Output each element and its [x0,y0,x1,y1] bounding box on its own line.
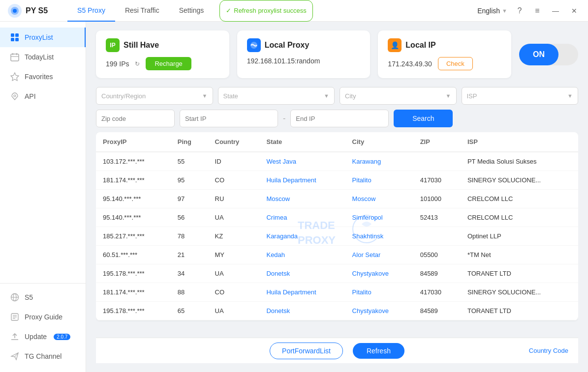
proxy-toggle[interactable]: ON [519,44,578,65]
zip-code-input[interactable] [96,110,175,127]
menu-icon[interactable]: ≡ [532,5,543,16]
app-logo-icon [8,4,22,18]
ip-range-dash: - [283,114,285,123]
table-row[interactable]: 195.178.***.*** 65 UA Donetsk Chystyakov… [96,302,578,320]
cell-proxy: 181.174.***.*** [96,171,171,190]
svg-rect-7 [11,54,19,61]
start-ip-input[interactable] [180,110,278,127]
app-body: ProxyList TodayList Favorites API [0,22,588,372]
local-proxy-header: Local Proxy [247,38,361,52]
isp-placeholder: ISP [467,92,477,100]
refresh-small-icon[interactable]: ↻ [135,60,140,67]
cell-isp: *TM Net [461,246,578,264]
table-row[interactable]: 181.174.***.*** 95 CO Huila Department P… [96,171,578,190]
country-code-link[interactable]: Country Code [529,347,568,354]
cell-proxy: 95.140.***.*** [96,208,171,227]
send-icon [10,351,20,361]
language-selector[interactable]: English ▼ [477,7,507,15]
still-have-card: IP Still Have 199 IPs ↻ Recharge [96,30,229,78]
cell-isp: CRELCOM LLC [461,208,578,227]
sidebar-item-proxyguide-label: Proxy Guide [25,313,62,321]
rocket-icon [10,91,20,101]
cell-ping: 34 [171,264,208,283]
titlebar-right: English ▼ ? ≡ — ✕ [477,5,580,17]
titlebar: PY S5 S5 Proxy Resi Traffic Settings ✓ R… [0,0,588,22]
nav-resitraffic[interactable]: Resi Traffic [115,0,169,22]
svg-rect-5 [11,38,14,41]
sidebar-bottom: S5 Proxy Guide Update 2.0.7 TG Channel [0,283,86,366]
local-ip-body: 171.243.49.30 Check [388,57,501,70]
cell-country: UA [208,302,260,320]
cell-state: Huila Department [259,283,345,302]
cell-proxy: 195.178.***.*** [96,264,171,283]
toggle-container[interactable]: ON [519,30,578,78]
cell-city: Chystyakove [345,264,413,283]
cell-state: Huila Department [259,171,345,190]
col-ping: Ping [171,132,208,152]
refresh-button[interactable]: Refresh [353,343,404,359]
nav-s5proxy[interactable]: S5 Proxy [67,0,115,22]
star-icon [10,72,20,82]
isp-select[interactable]: ISP ▼ [462,87,579,105]
globe-icon [10,292,20,302]
end-ip-input[interactable] [290,110,389,127]
filter-row-2: - Search [96,110,578,127]
cell-proxy: 195.178.***.*** [96,302,171,320]
minimize-button[interactable]: — [550,5,561,17]
main-content: IP Still Have 199 IPs ↻ Recharge Local P… [86,22,588,372]
nav-settings[interactable]: Settings [169,0,214,22]
country-region-select[interactable]: Country/Region ▼ [96,87,213,105]
refresh-badge: ✓ Refresh proxylist success [219,0,312,22]
col-proxyip: ProxyIP [96,132,171,152]
cell-zip: 05500 [413,246,461,264]
upload-icon [10,332,20,342]
isp-chevron-icon: ▼ [567,93,573,99]
table-row[interactable]: 95.140.***.*** 97 RU Moscow Moscow 10100… [96,190,578,208]
sidebar-item-tgchannel[interactable]: TG Channel [0,346,86,366]
portforward-button[interactable]: PortForwardList [270,343,343,359]
cell-city: Pitalito [345,171,413,190]
sidebar-item-update[interactable]: Update 2.0.7 [0,327,86,346]
sidebar-item-todaylist[interactable]: TodayList [0,47,86,67]
city-select[interactable]: City ▼ [340,87,457,105]
sidebar-item-proxylist[interactable]: ProxyList [0,28,86,47]
sidebar-item-favorites[interactable]: Favorites [0,67,86,86]
table-row[interactable]: 195.178.***.*** 34 UA Donetsk Chystyakov… [96,264,578,283]
cell-zip [413,152,461,171]
cell-country: MY [208,246,260,264]
local-ip-value: 171.243.49.30 [388,60,432,68]
cell-country: RU [208,190,260,208]
table-row[interactable]: 181.174.***.*** 88 CO Huila Department P… [96,283,578,302]
local-ip-title: Local IP [405,41,435,50]
cell-country: UA [208,208,260,227]
sidebar-item-update-label: Update [25,333,47,341]
table-row[interactable]: 95.140.***.*** 56 UA Crimea Simferopol 5… [96,208,578,227]
city-placeholder: City [345,92,356,100]
filter-row: Country/Region ▼ State ▼ City ▼ ISP ▼ [96,87,578,105]
cell-country: KZ [208,227,260,246]
recharge-button[interactable]: Recharge [146,57,191,70]
state-select[interactable]: State ▼ [218,87,335,105]
check-button[interactable]: Check [438,57,473,70]
cell-ping: 55 [171,152,208,171]
proxy-table: ProxyIP Ping Country State City ZIP ISP … [96,132,578,320]
close-button[interactable]: ✕ [568,5,580,17]
cell-country: ID [208,152,260,171]
city-chevron-icon: ▼ [446,93,451,99]
local-proxy-card: Local Proxy 192.168.101.15:random [237,30,371,78]
table-row[interactable]: 185.217.***.*** 78 KZ Karaganda Shakhtin… [96,227,578,246]
cell-isp: SINERGY SOLUCIONE... [461,283,578,302]
sidebar-item-s5[interactable]: S5 [0,287,86,307]
local-proxy-value: 192.168.101.15:random [247,57,320,65]
cell-zip: 417030 [413,283,461,302]
table-row[interactable]: 60.51.***.*** 21 MY Kedah Alor Setar 055… [96,246,578,264]
help-icon[interactable]: ? [514,5,525,16]
search-button[interactable]: Search [394,110,453,127]
app-logo: PY S5 [8,4,48,18]
sidebar-item-proxylist-label: ProxyList [25,33,53,41]
sidebar-item-api[interactable]: API [0,86,86,106]
table-row[interactable]: 103.172.***.*** 55 ID West Java Karawang… [96,152,578,171]
cell-state: Moscow [259,190,345,208]
svg-rect-4 [15,33,19,37]
sidebar-item-proxyguide[interactable]: Proxy Guide [0,307,86,327]
